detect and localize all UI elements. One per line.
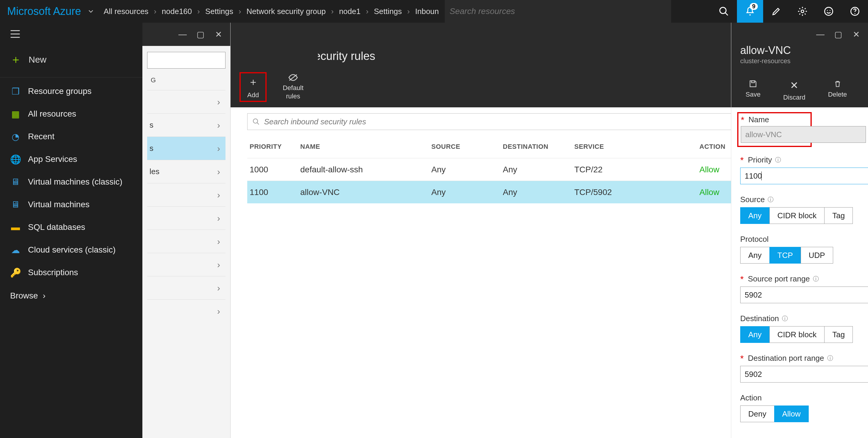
settings-heading-partial: G [147,76,225,84]
brand-label[interactable]: Microsoft Azure [0,5,87,18]
list-item[interactable]: › [147,299,225,323]
add-button[interactable]: ＋ Add [240,72,267,102]
source-option-tag[interactable]: Tag [824,207,853,224]
src-port-input[interactable]: 5902 [740,287,868,303]
sidebar-item-vm-classic[interactable]: 🖥Virtual machines (classic) [0,171,143,193]
new-button[interactable]: ＋ New [0,45,143,78]
breadcrumb-item[interactable]: All resources [104,7,148,16]
rules-search-input[interactable] [264,117,762,126]
default-rules-button[interactable]: Default rules [277,71,309,102]
search-icon[interactable] [711,0,737,23]
save-button[interactable]: Save [740,78,766,103]
close-icon[interactable]: ✕ [849,27,863,41]
protocol-option-any[interactable]: Any [740,247,770,264]
table-row[interactable]: 1000 default-allow-ssh Any Any TCP/22 Al… [247,158,767,181]
notifications-icon[interactable]: 9 [737,0,763,23]
col-destination[interactable]: DESTINATION [503,143,574,151]
close-icon[interactable]: ✕ [211,27,225,41]
feedback-icon[interactable] [815,0,842,23]
info-icon[interactable]: ⓘ [827,354,833,362]
info-icon[interactable]: ⓘ [775,156,781,164]
browse-button[interactable]: Browse › [0,284,143,308]
cell-source: Any [431,187,503,197]
close-icon: ✕ [790,79,798,91]
sidebar-item-subscriptions[interactable]: 🔑Subscriptions [0,261,143,284]
database-icon: ▬ [10,222,21,233]
cell-priority: 1000 [250,165,300,174]
list-item[interactable]: s› [147,113,225,137]
priority-label: Priority [748,155,772,165]
col-service[interactable]: SERVICE [574,143,700,151]
sidebar-item-sql[interactable]: ▬SQL databases [0,216,143,238]
list-item[interactable]: › [147,90,225,113]
breadcrumb-item[interactable]: Inboun [415,7,439,16]
maximize-icon[interactable]: ▢ [193,27,208,41]
source-option-any[interactable]: Any [740,207,770,224]
col-priority[interactable]: PRIORITY [250,143,300,151]
action-option-deny[interactable]: Deny [740,406,774,422]
breadcrumb-item[interactable]: Settings [205,7,233,16]
rule-form: *Name allow-VNC *Priorityⓘ 1100 Sourceⓘ … [731,107,868,422]
protocol-option-udp[interactable]: UDP [801,247,833,264]
dst-port-input[interactable]: 5902 [740,366,868,383]
table-row-selected[interactable]: 1100 allow-VNC Any Any TCP/5902 Allow ··… [247,181,767,203]
breadcrumb-item[interactable]: node160 [162,7,192,16]
global-search-input[interactable] [450,6,666,16]
list-item-selected[interactable]: s› [147,137,225,160]
priority-input[interactable]: 1100 [740,168,868,184]
nav-label: SQL databases [28,223,85,232]
gear-icon[interactable] [789,0,815,23]
settings-search-input[interactable] [147,52,225,68]
info-icon[interactable]: ⓘ [782,315,788,323]
brand-chevron-icon[interactable] [87,7,104,15]
discard-button[interactable]: ✕Discard [778,78,811,103]
maximize-icon[interactable]: ▢ [831,27,845,41]
rules-search[interactable] [247,113,767,130]
action-option-allow[interactable]: Allow [774,406,809,422]
minimize-icon[interactable]: — [176,27,190,41]
info-icon[interactable]: ⓘ [813,275,819,283]
destination-option-cidr[interactable]: CIDR block [769,326,825,343]
src-port-label: Source port range [748,274,810,284]
plus-icon: ＋ [10,52,22,67]
help-icon[interactable] [842,0,868,23]
delete-button[interactable]: Delete [823,78,852,103]
chevron-right-icon: › [154,7,156,16]
hamburger-icon[interactable] [0,23,143,45]
sidebar-item-recent[interactable]: ◔Recent [0,125,143,148]
name-input[interactable]: allow-VNC [741,126,866,143]
col-name[interactable]: NAME [300,143,431,151]
sidebar-item-app-services[interactable]: 🌐App Services [0,148,143,171]
sidebar-item-vm[interactable]: 🖥Virtual machines [0,193,143,216]
list-item[interactable]: › [147,230,225,253]
global-search[interactable] [445,0,671,23]
nav-label: All resources [28,109,76,119]
col-source[interactable]: SOURCE [431,143,503,151]
edit-icon[interactable] [763,0,789,23]
svg-point-8 [855,13,856,14]
delete-label: Delete [828,91,847,98]
breadcrumb-item[interactable]: node1 [339,7,361,16]
list-item[interactable]: › [147,276,225,299]
chevron-right-icon: › [217,190,220,200]
clock-icon: ◔ [10,131,21,142]
list-item[interactable]: › [147,183,225,206]
sidebar-item-all-resources[interactable]: ▦All resources [0,103,143,125]
breadcrumb-item[interactable]: Network security group [247,7,326,16]
info-icon[interactable]: ⓘ [768,196,774,204]
source-option-cidr[interactable]: CIDR block [769,207,825,224]
minimize-icon[interactable]: — [813,27,828,41]
cell-service: TCP/22 [574,165,700,174]
dst-port-label: Destination port range [748,354,824,363]
list-item[interactable]: › [147,253,225,276]
destination-option-any[interactable]: Any [740,326,770,343]
notification-badge: 9 [750,3,758,10]
breadcrumb-item[interactable]: Settings [374,7,402,16]
sidebar-item-resource-groups[interactable]: ❒Resource groups [0,80,143,103]
list-item[interactable]: les› [147,160,225,183]
name-label: Name [749,115,769,124]
destination-option-tag[interactable]: Tag [824,326,853,343]
list-item[interactable]: › [147,206,225,230]
protocol-option-tcp[interactable]: TCP [769,247,801,264]
sidebar-item-cloud-services[interactable]: ☁Cloud services (classic) [0,238,143,261]
